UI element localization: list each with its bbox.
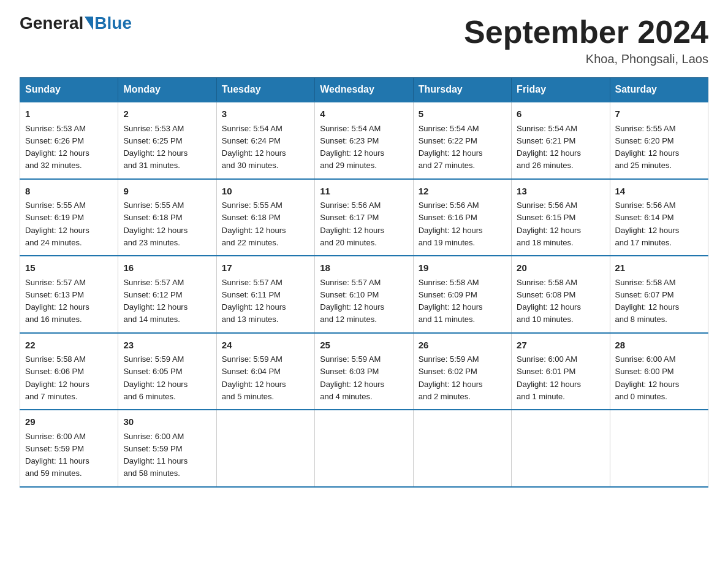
calendar-day-header: Monday [118,78,216,102]
calendar-day-cell: 20Sunrise: 5:58 AM Sunset: 6:08 PM Dayli… [512,256,610,333]
logo: General Blue [20,15,132,32]
calendar-day-cell: 25Sunrise: 5:59 AM Sunset: 6:03 PM Dayli… [315,333,413,410]
calendar-day-cell [512,410,610,487]
calendar-day-header: Sunday [20,78,118,102]
day-info-text: Sunrise: 5:56 AM Sunset: 6:16 PM Dayligh… [419,201,483,247]
day-number: 16 [123,261,211,275]
day-info-text: Sunrise: 5:59 AM Sunset: 6:03 PM Dayligh… [320,354,384,401]
calendar-day-cell: 3Sunrise: 5:54 AM Sunset: 6:24 PM Daylig… [216,102,314,179]
calendar-title: September 2024 [464,15,708,50]
calendar-day-cell: 9Sunrise: 5:55 AM Sunset: 6:18 PM Daylig… [118,179,216,256]
day-number: 24 [222,339,309,353]
page-header: General Blue September 2024 Khoa, Phongs… [20,15,708,66]
calendar-day-cell: 12Sunrise: 5:56 AM Sunset: 6:16 PM Dayli… [413,179,511,256]
day-info-text: Sunrise: 5:56 AM Sunset: 6:17 PM Dayligh… [320,201,384,247]
day-info-text: Sunrise: 6:00 AM Sunset: 5:59 PM Dayligh… [25,432,89,478]
calendar-day-cell: 16Sunrise: 5:57 AM Sunset: 6:12 PM Dayli… [118,256,216,333]
calendar-week-row: 1Sunrise: 5:53 AM Sunset: 6:26 PM Daylig… [20,102,708,179]
calendar-day-cell: 4Sunrise: 5:54 AM Sunset: 6:23 PM Daylig… [315,102,413,179]
calendar-day-header: Saturday [610,78,708,102]
day-info-text: Sunrise: 5:57 AM Sunset: 6:11 PM Dayligh… [222,278,286,324]
day-info-text: Sunrise: 5:55 AM Sunset: 6:19 PM Dayligh… [25,201,89,247]
calendar-day-cell: 15Sunrise: 5:57 AM Sunset: 6:13 PM Dayli… [20,256,118,333]
day-info-text: Sunrise: 5:58 AM Sunset: 6:07 PM Dayligh… [615,278,680,324]
day-info-text: Sunrise: 5:56 AM Sunset: 6:14 PM Dayligh… [615,201,680,247]
calendar-day-cell: 22Sunrise: 5:58 AM Sunset: 6:06 PM Dayli… [20,333,118,410]
calendar-day-cell: 10Sunrise: 5:55 AM Sunset: 6:18 PM Dayli… [216,179,314,256]
logo-arrow-icon [85,17,93,30]
day-info-text: Sunrise: 5:54 AM Sunset: 6:21 PM Dayligh… [517,124,581,170]
calendar-header-row: SundayMondayTuesdayWednesdayThursdayFrid… [20,78,708,102]
calendar-day-header: Friday [512,78,610,102]
day-info-text: Sunrise: 5:59 AM Sunset: 6:02 PM Dayligh… [419,354,483,401]
day-info-text: Sunrise: 5:54 AM Sunset: 6:22 PM Dayligh… [419,124,483,170]
day-number: 13 [517,185,604,199]
calendar-day-cell: 29Sunrise: 6:00 AM Sunset: 5:59 PM Dayli… [20,410,118,487]
day-info-text: Sunrise: 6:00 AM Sunset: 6:01 PM Dayligh… [517,354,581,401]
day-number: 6 [517,107,604,121]
day-number: 25 [320,339,408,353]
calendar-day-cell: 13Sunrise: 5:56 AM Sunset: 6:15 PM Dayli… [512,179,610,256]
calendar-day-cell [413,410,511,487]
day-number: 30 [123,415,211,429]
calendar-day-cell: 11Sunrise: 5:56 AM Sunset: 6:17 PM Dayli… [315,179,413,256]
calendar-day-cell [610,410,708,487]
day-info-text: Sunrise: 5:57 AM Sunset: 6:12 PM Dayligh… [123,278,188,324]
day-info-text: Sunrise: 5:58 AM Sunset: 6:09 PM Dayligh… [419,278,483,324]
day-info-text: Sunrise: 5:57 AM Sunset: 6:13 PM Dayligh… [25,278,89,324]
calendar-week-row: 8Sunrise: 5:55 AM Sunset: 6:19 PM Daylig… [20,179,708,256]
calendar-day-cell: 24Sunrise: 5:59 AM Sunset: 6:04 PM Dayli… [216,333,314,410]
calendar-day-cell: 8Sunrise: 5:55 AM Sunset: 6:19 PM Daylig… [20,179,118,256]
day-info-text: Sunrise: 5:55 AM Sunset: 6:18 PM Dayligh… [123,201,188,247]
calendar-day-cell: 19Sunrise: 5:58 AM Sunset: 6:09 PM Dayli… [413,256,511,333]
day-info-text: Sunrise: 5:58 AM Sunset: 6:06 PM Dayligh… [25,354,89,401]
calendar-day-cell [216,410,314,487]
calendar-day-cell: 30Sunrise: 6:00 AM Sunset: 5:59 PM Dayli… [118,410,216,487]
day-info-text: Sunrise: 5:58 AM Sunset: 6:08 PM Dayligh… [517,278,581,324]
calendar-day-cell: 7Sunrise: 5:55 AM Sunset: 6:20 PM Daylig… [610,102,708,179]
day-info-text: Sunrise: 5:56 AM Sunset: 6:15 PM Dayligh… [517,201,581,247]
day-number: 3 [222,107,309,121]
day-info-text: Sunrise: 5:55 AM Sunset: 6:20 PM Dayligh… [615,124,680,170]
calendar-day-cell: 26Sunrise: 5:59 AM Sunset: 6:02 PM Dayli… [413,333,511,410]
calendar-day-cell: 18Sunrise: 5:57 AM Sunset: 6:10 PM Dayli… [315,256,413,333]
calendar-day-cell: 2Sunrise: 5:53 AM Sunset: 6:25 PM Daylig… [118,102,216,179]
day-number: 29 [25,415,113,429]
day-number: 11 [320,185,408,199]
logo-general-text: General [20,15,83,32]
day-number: 10 [222,185,309,199]
calendar-day-header: Wednesday [315,78,413,102]
day-number: 18 [320,261,408,275]
day-info-text: Sunrise: 6:00 AM Sunset: 6:00 PM Dayligh… [615,354,680,401]
logo-blue-text: Blue [94,15,132,32]
day-number: 8 [25,185,113,199]
calendar-subtitle: Khoa, Phongsali, Laos [464,52,708,66]
day-number: 15 [25,261,113,275]
calendar-day-header: Tuesday [216,78,314,102]
day-number: 27 [517,339,604,353]
calendar-day-cell: 23Sunrise: 5:59 AM Sunset: 6:05 PM Dayli… [118,333,216,410]
day-number: 2 [123,107,211,121]
day-info-text: Sunrise: 5:55 AM Sunset: 6:18 PM Dayligh… [222,201,286,247]
calendar-day-cell: 5Sunrise: 5:54 AM Sunset: 6:22 PM Daylig… [413,102,511,179]
day-number: 19 [419,261,506,275]
day-number: 7 [615,107,703,121]
day-number: 5 [419,107,506,121]
day-number: 4 [320,107,408,121]
calendar-day-cell: 1Sunrise: 5:53 AM Sunset: 6:26 PM Daylig… [20,102,118,179]
calendar-table: SundayMondayTuesdayWednesdayThursdayFrid… [20,77,708,488]
day-info-text: Sunrise: 5:53 AM Sunset: 6:26 PM Dayligh… [25,124,89,170]
calendar-week-row: 29Sunrise: 6:00 AM Sunset: 5:59 PM Dayli… [20,410,708,487]
day-number: 14 [615,185,703,199]
day-number: 28 [615,339,703,353]
calendar-week-row: 22Sunrise: 5:58 AM Sunset: 6:06 PM Dayli… [20,333,708,410]
calendar-day-cell: 17Sunrise: 5:57 AM Sunset: 6:11 PM Dayli… [216,256,314,333]
calendar-day-cell: 14Sunrise: 5:56 AM Sunset: 6:14 PM Dayli… [610,179,708,256]
calendar-day-cell: 27Sunrise: 6:00 AM Sunset: 6:01 PM Dayli… [512,333,610,410]
calendar-day-cell: 21Sunrise: 5:58 AM Sunset: 6:07 PM Dayli… [610,256,708,333]
calendar-week-row: 15Sunrise: 5:57 AM Sunset: 6:13 PM Dayli… [20,256,708,333]
day-number: 22 [25,339,113,353]
title-block: September 2024 Khoa, Phongsali, Laos [464,15,708,66]
day-info-text: Sunrise: 5:59 AM Sunset: 6:05 PM Dayligh… [123,354,188,401]
day-info-text: Sunrise: 5:54 AM Sunset: 6:23 PM Dayligh… [320,124,384,170]
